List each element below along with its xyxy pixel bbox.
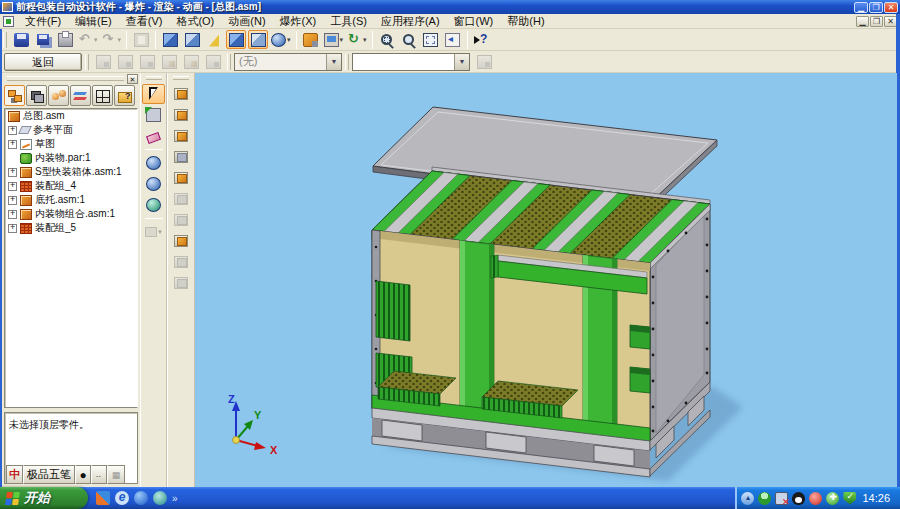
document-icon[interactable] bbox=[3, 16, 14, 27]
3d-viewport[interactable]: Z X Y bbox=[195, 73, 897, 487]
tree-item-s-type-box[interactable]: S型快装箱体.asm:1 bbox=[5, 165, 137, 179]
tray-qq-icon[interactable] bbox=[792, 492, 805, 505]
zoom-button[interactable] bbox=[399, 30, 419, 49]
globe-icon[interactable] bbox=[153, 491, 167, 505]
cube-on-b-button[interactable] bbox=[248, 30, 268, 49]
expand-icon[interactable] bbox=[8, 224, 17, 233]
chevron-down-icon[interactable]: ▼ bbox=[454, 54, 469, 70]
restore-button[interactable]: ❐ bbox=[869, 2, 883, 13]
expand-icon[interactable] bbox=[8, 168, 17, 177]
return-button[interactable]: 返回 bbox=[4, 53, 82, 71]
expand-icon[interactable] bbox=[8, 196, 17, 205]
panel-header[interactable]: ✕ bbox=[2, 73, 140, 84]
select-opt-button[interactable] bbox=[142, 105, 165, 125]
close-button[interactable]: ✕ bbox=[884, 2, 898, 13]
tray-sec-icon[interactable] bbox=[809, 492, 822, 505]
expand-icon[interactable] bbox=[8, 210, 17, 219]
select-button[interactable] bbox=[142, 84, 165, 104]
explode-preset-combobox[interactable]: (无) ▼ bbox=[234, 53, 342, 71]
tree-item-group-4[interactable]: 装配组_4 bbox=[5, 179, 137, 193]
save-all-button[interactable] bbox=[33, 30, 53, 49]
cube-a-button[interactable] bbox=[160, 30, 180, 49]
mdi-minimize-button[interactable]: ▁ bbox=[856, 16, 869, 27]
menu-item-edit[interactable]: 编辑(E) bbox=[68, 13, 119, 30]
vb-c-button[interactable] bbox=[170, 168, 193, 188]
media-icon[interactable] bbox=[96, 491, 110, 505]
vb-c-button[interactable] bbox=[170, 231, 193, 251]
vb-c-button[interactable] bbox=[170, 126, 193, 146]
tab-assembly-tree[interactable] bbox=[4, 85, 25, 106]
vb-g-button[interactable] bbox=[170, 147, 193, 167]
chevron-down-icon[interactable]: ▼ bbox=[326, 54, 341, 70]
tree-item-inner-combo[interactable]: 内装物组合.asm:1 bbox=[5, 207, 137, 221]
panel-grip[interactable] bbox=[7, 76, 124, 81]
mdi-restore-button[interactable]: ❐ bbox=[870, 16, 883, 27]
chevron-down-icon[interactable]: ▾ bbox=[287, 36, 291, 44]
toolbar-grip[interactable] bbox=[345, 54, 349, 70]
menu-item-applications[interactable]: 应用程序(A) bbox=[374, 13, 447, 30]
ie-icon[interactable]: e bbox=[115, 491, 129, 505]
menu-item-explode[interactable]: 爆炸(X) bbox=[273, 13, 324, 30]
start-button[interactable]: 开始 bbox=[0, 487, 88, 509]
tray-collapse-icon[interactable]: ▴ bbox=[741, 492, 754, 505]
tool-button[interactable] bbox=[301, 30, 321, 49]
erase-button[interactable] bbox=[142, 126, 165, 146]
sphere-b-button[interactable] bbox=[142, 174, 165, 194]
menu-item-view[interactable]: 查看(V) bbox=[119, 13, 170, 30]
ime-punctuation-icon[interactable]: ‥ bbox=[91, 465, 107, 484]
prev-view-button[interactable] bbox=[443, 30, 463, 49]
toolbar-grip[interactable] bbox=[173, 76, 189, 80]
front-interior[interactable] bbox=[372, 230, 650, 442]
tray-net-icon[interactable] bbox=[775, 492, 788, 505]
print-button[interactable] bbox=[55, 30, 75, 49]
refresh-button[interactable]: ▾ bbox=[346, 30, 368, 49]
fit-button[interactable] bbox=[421, 30, 441, 49]
ime-language-indicator[interactable]: 中 bbox=[6, 465, 23, 484]
ime-mode-icon[interactable]: ● bbox=[75, 465, 91, 484]
vb-c-button[interactable] bbox=[170, 84, 193, 104]
tree-item-group-5[interactable]: 装配组_5 bbox=[5, 221, 137, 235]
ime-keyboard-icon[interactable]: ▦ bbox=[107, 465, 125, 484]
tree-item-root[interactable]: 总图.asm bbox=[5, 109, 137, 123]
tab-sheets[interactable] bbox=[70, 85, 91, 106]
tab-library[interactable] bbox=[114, 85, 135, 106]
menu-item-animation[interactable]: 动画(N) bbox=[221, 13, 272, 30]
monitor-button[interactable]: ▾ bbox=[323, 30, 345, 49]
crate-model-canvas[interactable]: Z X Y bbox=[195, 73, 897, 487]
menu-item-window[interactable]: 窗口(W) bbox=[447, 13, 501, 30]
panel-close-icon[interactable]: ✕ bbox=[127, 74, 138, 84]
wedge-button[interactable] bbox=[204, 30, 224, 49]
menu-item-format[interactable]: 格式(O) bbox=[169, 13, 221, 30]
cushion-block[interactable] bbox=[376, 281, 410, 341]
tab-layers[interactable] bbox=[26, 85, 47, 106]
expand-icon[interactable] bbox=[8, 126, 17, 135]
tray-user-icon[interactable] bbox=[758, 492, 771, 505]
quick-launch-more-icon[interactable]: » bbox=[172, 493, 178, 504]
ime-name[interactable]: 极品五笔 bbox=[23, 465, 75, 484]
toolbar-grip[interactable] bbox=[85, 54, 89, 70]
sphere-c-button[interactable] bbox=[142, 195, 165, 215]
save-button[interactable] bbox=[11, 30, 31, 49]
tree-item-inner-part[interactable]: 内装物.par:1 bbox=[5, 151, 137, 165]
tree-item-base-tray[interactable]: 底托.asm:1 bbox=[5, 193, 137, 207]
menu-item-help[interactable]: 帮助(H) bbox=[500, 13, 551, 30]
taskbar-clock[interactable]: 14:26 bbox=[860, 492, 894, 504]
chevron-down-icon[interactable]: ▾ bbox=[363, 36, 367, 44]
sphere-a-button[interactable] bbox=[142, 153, 165, 173]
toolbar-grip[interactable] bbox=[227, 54, 231, 70]
cube-b-button[interactable] bbox=[182, 30, 202, 49]
tree-item-sketches[interactable]: 草图 bbox=[5, 137, 137, 151]
toolbar-grip[interactable] bbox=[3, 32, 7, 48]
minimize-button[interactable]: ▁ bbox=[854, 2, 868, 13]
tray-upd-icon[interactable] bbox=[826, 492, 839, 505]
chevron-down-icon[interactable]: ▾ bbox=[340, 36, 344, 44]
configuration-name-combobox[interactable]: ▼ bbox=[352, 53, 470, 71]
msn-icon[interactable] bbox=[134, 491, 148, 505]
tab-sensors[interactable] bbox=[92, 85, 113, 106]
vb-c-button[interactable] bbox=[170, 105, 193, 125]
tree-item-ref-planes[interactable]: 参考平面 bbox=[5, 123, 137, 137]
tab-family[interactable] bbox=[48, 85, 69, 106]
cube-on-a-button[interactable] bbox=[226, 30, 246, 49]
menu-item-file[interactable]: 文件(F) bbox=[18, 13, 68, 30]
tray-shield-icon[interactable] bbox=[843, 492, 856, 505]
